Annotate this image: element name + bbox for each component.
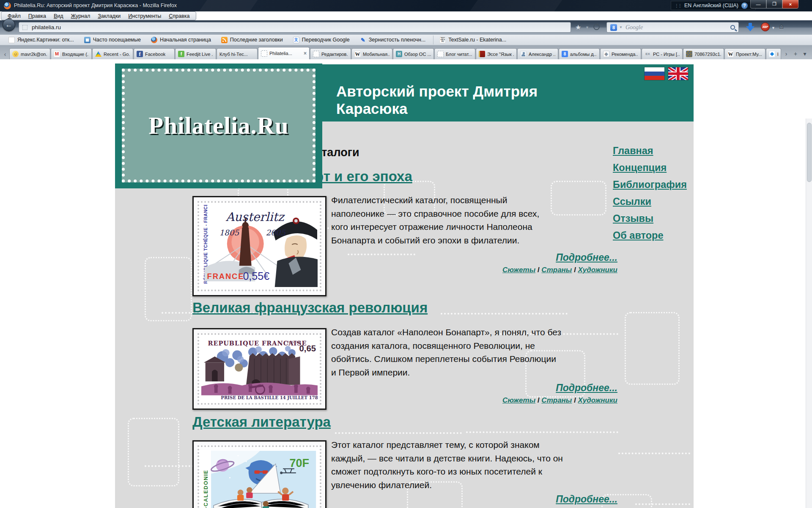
browser-tab[interactable]: Мобильная...	[351, 48, 392, 59]
site-logo[interactable]: Philatelia.Ru	[115, 64, 322, 188]
language-indicator[interactable]: EN Английский (США)	[684, 3, 738, 8]
sidebar-link[interactable]: Ссылки	[613, 196, 687, 207]
section-text-revolution: Создав каталог «Наполеон Бонапарт», я по…	[331, 326, 561, 379]
scrollbar-thumb[interactable]	[807, 123, 812, 182]
stamp-perforation: NELLE-CALEDONIE 70F	[198, 445, 321, 508]
more-link-text[interactable]: Подробнее...	[556, 382, 617, 393]
flag-uk-icon[interactable]	[668, 67, 688, 80]
browser-tab[interactable]: Клуб hi-Тес...	[217, 48, 258, 59]
back-button[interactable]: ←	[3, 19, 15, 31]
browser-tab[interactable]: Feedjit Live ...	[175, 48, 216, 59]
help-icon[interactable]: ?	[741, 3, 748, 9]
adblock-plus-icon[interactable]: ABP	[761, 22, 770, 31]
bookmark-item[interactable]: Переводчик Google	[289, 36, 354, 44]
download-button[interactable]	[745, 22, 755, 33]
stamp-pattern-decoration	[145, 257, 192, 321]
browser-tab[interactable]: Редактиров...	[310, 48, 351, 59]
search-engine-caret-icon[interactable]: ▼	[619, 25, 623, 29]
browser-tab[interactable]: Обзор ОС ...	[393, 48, 434, 59]
home-icon[interactable]: ⌂	[779, 21, 784, 31]
bookmark-item[interactable]: Начальная страница	[147, 36, 215, 44]
flag-russia-icon[interactable]	[645, 67, 664, 80]
grip-icon[interactable]: ⋮⋮	[675, 3, 681, 8]
sidebar-link[interactable]: Отзывы	[613, 213, 687, 224]
sublink-artists[interactable]: Художники	[578, 266, 617, 274]
sublink-countries[interactable]: Страны	[541, 396, 572, 404]
browser-tab[interactable]: Входящие (...	[51, 48, 92, 59]
sublink-subjects[interactable]: Сюжеты	[502, 266, 535, 274]
browser-tab[interactable]: mavr2k@on...	[9, 48, 50, 59]
bookmark-item[interactable]: Зернистость пленочн...	[356, 36, 430, 44]
bookmark-label: Яндекс.Картинки: отк...	[17, 37, 74, 43]
more-link-text[interactable]: Подробнее...	[556, 252, 617, 263]
tab-close-icon[interactable]: ×	[304, 50, 307, 56]
google-search-engine-icon[interactable]: 8	[610, 24, 617, 31]
language-bar[interactable]: ⋮⋮ EN Английский (США) ? ▴▾	[671, 1, 756, 10]
menu-item[interactable]: Журнал	[67, 13, 94, 19]
title-bar[interactable]: Philatelia.Ru: Авторский проект Дмитрия …	[0, 0, 812, 11]
tab-label: К	[777, 52, 778, 57]
search-magnifier-icon[interactable]	[730, 25, 735, 30]
browser-tab[interactable]: PC - Игры [...	[642, 48, 683, 59]
restore-button[interactable]: ❐	[766, 0, 782, 8]
more-link: Подробнее...	[331, 382, 617, 394]
adblock-caret-icon[interactable]: ▼	[771, 26, 775, 30]
browser-tab[interactable]: Рекоменда...	[600, 48, 641, 59]
address-bar[interactable]	[19, 22, 571, 33]
bookmark-caret-icon[interactable]: ▼	[585, 25, 589, 30]
tab-favicon-icon	[479, 51, 485, 57]
vertical-scrollbar[interactable]	[806, 119, 812, 508]
menu-item[interactable]: Правка	[25, 13, 50, 19]
list-all-tabs-icon[interactable]: ▾	[800, 48, 809, 59]
section-title-revolution[interactable]: Великая французская революция	[192, 300, 428, 316]
sidebar-link[interactable]: Главная	[613, 145, 687, 157]
search-box[interactable]: 8 ▼	[606, 22, 739, 33]
more-link-text[interactable]: Подробнее...	[556, 494, 617, 505]
page-favicon-icon	[22, 25, 27, 30]
search-input[interactable]	[625, 24, 728, 31]
bookmark-star-icon[interactable]: ★	[575, 23, 581, 31]
menu-item[interactable]: Файл	[4, 13, 25, 19]
browser-tab[interactable]: Александр ...	[517, 48, 558, 59]
bookmark-item[interactable]: TextSale.ru - Ekaterina...	[433, 36, 510, 44]
minimize-button[interactable]: —	[750, 0, 766, 8]
menu-bar: ФайлПравкаВидЖурналЗакладкиИнструментыСп…	[1, 11, 196, 20]
browser-tab[interactable]: Philatelia... ×	[258, 47, 310, 59]
stamp-perforation: REPUBLIQUE FRANCAISE POSTES 0,65 PRISE D…	[198, 333, 321, 405]
sublink-separator: /	[538, 396, 541, 404]
sublink-artists[interactable]: Художники	[578, 396, 617, 404]
close-button[interactable]: ×	[782, 0, 798, 8]
bookmark-item[interactable]: Яндекс.Картинки: отк...	[4, 36, 78, 44]
refresh-icon[interactable]	[593, 24, 600, 30]
url-input[interactable]	[31, 24, 567, 31]
menu-item[interactable]: Вид	[50, 13, 67, 19]
browser-tab[interactable]: Проект:Му...	[724, 48, 765, 59]
section-title-children[interactable]: Детская литература	[192, 414, 331, 430]
sidebar-link[interactable]: Об авторе	[613, 230, 687, 241]
sublink-subjects[interactable]: Сюжеты	[502, 396, 535, 404]
more-link: Подробнее...	[331, 494, 617, 505]
stamp-image-children[interactable]: NELLE-CALEDONIE 70F	[192, 440, 326, 508]
scroll-tabs-right-icon[interactable]: ›	[782, 48, 791, 59]
sidebar-link[interactable]: Библиография	[613, 179, 687, 190]
menu-item[interactable]: Справка	[165, 13, 193, 19]
bookmark-item[interactable]: Часто посещаемые	[80, 36, 145, 44]
browser-tab[interactable]: 70867293c1...	[683, 48, 724, 59]
menu-item[interactable]: Закладки	[94, 13, 124, 19]
stamp-image-revolution[interactable]: REPUBLIQUE FRANCAISE POSTES 0,65 PRISE D…	[192, 328, 326, 410]
browser-tab[interactable]: Эссе "Язык ...	[476, 48, 517, 59]
browser-tab[interactable]: Блог читат...	[434, 48, 475, 59]
browser-tab[interactable]: Facebook	[134, 48, 175, 59]
bookmark-item[interactable]: Последние заголовки	[217, 36, 287, 44]
browser-tab[interactable]: К	[766, 48, 781, 59]
svg-text:0,65: 0,65	[299, 344, 316, 353]
sidebar-link[interactable]: Концепция	[613, 162, 687, 174]
browser-tab[interactable]: Recent - Go...	[92, 48, 133, 59]
new-tab-button[interactable]: +	[791, 48, 800, 59]
sublink-countries[interactable]: Страны	[541, 266, 572, 274]
scroll-tabs-left-icon[interactable]: ‹	[1, 48, 9, 59]
menu-item[interactable]: Инструменты	[124, 13, 165, 19]
browser-tab[interactable]: альбомы д...	[559, 48, 600, 59]
tab-favicon-icon	[95, 51, 102, 57]
stamp-image-napoleon[interactable]: RÉPUBLIQUE TCHÈQUE - FRANCE	[192, 196, 326, 296]
